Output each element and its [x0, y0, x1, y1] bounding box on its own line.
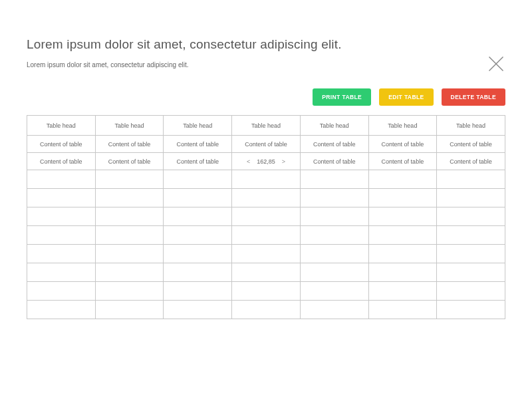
- table-cell-empty: [27, 245, 96, 263]
- table-cell-empty: [164, 245, 232, 263]
- table-cell-empty: [368, 263, 437, 282]
- edit-table-button[interactable]: EDIT TABLE: [379, 88, 433, 106]
- table-cell-empty: [95, 207, 164, 226]
- table-cell: Content of table: [95, 136, 164, 153]
- table-cell: Content of table: [164, 153, 232, 170]
- table-cell: Content of table: [368, 136, 437, 153]
- table-cell-empty: [232, 282, 301, 301]
- table-row: Content of tableContent of tableContent …: [27, 136, 505, 153]
- table-cell-empty: [164, 301, 232, 319]
- table-cell: Content of table: [437, 136, 505, 153]
- table-row-empty: [27, 170, 505, 189]
- stepper-decrement-icon[interactable]: <: [247, 158, 250, 165]
- table-cell-empty: [232, 207, 301, 226]
- table-cell-empty: [95, 282, 164, 301]
- table-cell-empty: [164, 189, 232, 207]
- table-row-empty: [27, 282, 505, 301]
- table-header-cell: Table head: [368, 116, 437, 136]
- table-cell-empty: [300, 207, 368, 226]
- table-cell-empty: [27, 170, 96, 189]
- table-cell-empty: [232, 226, 301, 245]
- table-cell-empty: [95, 301, 164, 319]
- table-cell-empty: [437, 170, 505, 189]
- table-cell-empty: [437, 189, 505, 207]
- table-cell: Content of table: [437, 153, 505, 170]
- table-cell-empty: [232, 245, 301, 263]
- table-cell-empty: [95, 245, 164, 263]
- table-cell-empty: [300, 189, 368, 207]
- table-cell-empty: [368, 207, 437, 226]
- close-icon[interactable]: [487, 55, 505, 73]
- table-cell: Content of table: [27, 153, 96, 170]
- table-cell: <162,85>: [232, 153, 301, 170]
- table-cell-empty: [95, 189, 164, 207]
- table-cell-empty: [368, 245, 437, 263]
- table-header-cell: Table head: [95, 116, 164, 136]
- table-cell-empty: [232, 189, 301, 207]
- table-row-empty: [27, 207, 505, 226]
- table-cell-empty: [437, 301, 505, 319]
- table-cell-empty: [164, 207, 232, 226]
- table-header-cell: Table head: [27, 116, 96, 136]
- table-cell-empty: [368, 170, 437, 189]
- table-cell: Content of table: [164, 136, 232, 153]
- table-cell: Content of table: [232, 136, 301, 153]
- table-row-empty: [27, 189, 505, 207]
- stepper-increment-icon[interactable]: >: [282, 158, 285, 165]
- table-cell-empty: [437, 245, 505, 263]
- table-cell: Content of table: [368, 153, 437, 170]
- table-header-cell: Table head: [437, 116, 505, 136]
- table-row-empty: [27, 245, 505, 263]
- table-cell: Content of table: [300, 136, 368, 153]
- table-cell-empty: [27, 282, 96, 301]
- page-subtitle: Lorem ipsum dolor sit amet, consectetur …: [27, 61, 505, 68]
- table-row-empty: [27, 301, 505, 319]
- table-cell-empty: [437, 207, 505, 226]
- toolbar: PRINT TABLE EDIT TABLE DELETE TABLE: [27, 88, 505, 106]
- table-cell-empty: [27, 263, 96, 282]
- table-cell-empty: [368, 226, 437, 245]
- table-cell-empty: [368, 282, 437, 301]
- table-cell-empty: [300, 226, 368, 245]
- table-cell: Content of table: [300, 153, 368, 170]
- table-cell-empty: [368, 301, 437, 319]
- table-cell-empty: [368, 189, 437, 207]
- table-cell: Content of table: [95, 153, 164, 170]
- table-header-cell: Table head: [300, 116, 368, 136]
- table-cell-empty: [27, 189, 96, 207]
- table-cell-empty: [27, 301, 96, 319]
- table-cell-empty: [164, 226, 232, 245]
- table-cell-empty: [300, 301, 368, 319]
- table-cell-empty: [232, 263, 301, 282]
- table-cell-empty: [300, 282, 368, 301]
- table-cell-empty: [164, 170, 232, 189]
- table-cell-empty: [95, 170, 164, 189]
- table-cell-empty: [300, 170, 368, 189]
- table-cell: Content of table: [27, 136, 96, 153]
- table-cell-empty: [27, 226, 96, 245]
- table-cell-empty: [437, 282, 505, 301]
- table-row: Content of tableContent of tableContent …: [27, 153, 505, 170]
- table-row-empty: [27, 263, 505, 282]
- print-table-button[interactable]: PRINT TABLE: [313, 88, 371, 106]
- table-cell-empty: [95, 226, 164, 245]
- table-cell-empty: [164, 282, 232, 301]
- table-header-cell: Table head: [164, 116, 232, 136]
- table-row-empty: [27, 226, 505, 245]
- delete-table-button[interactable]: DELETE TABLE: [442, 88, 505, 106]
- table-header-cell: Table head: [232, 116, 301, 136]
- table-cell-empty: [95, 263, 164, 282]
- page-title: Lorem ipsum dolor sit amet, consectetur …: [27, 37, 505, 52]
- table-cell-empty: [437, 263, 505, 282]
- table-cell-empty: [437, 226, 505, 245]
- table-cell-empty: [164, 263, 232, 282]
- data-table: Table headTable headTable headTable head…: [27, 115, 505, 319]
- stepper-value: 162,85: [257, 158, 275, 165]
- table-cell-empty: [232, 301, 301, 319]
- table-cell-empty: [300, 245, 368, 263]
- value-stepper: <162,85>: [247, 158, 285, 165]
- table-cell-empty: [27, 207, 96, 226]
- table-cell-empty: [232, 170, 301, 189]
- table-cell-empty: [300, 263, 368, 282]
